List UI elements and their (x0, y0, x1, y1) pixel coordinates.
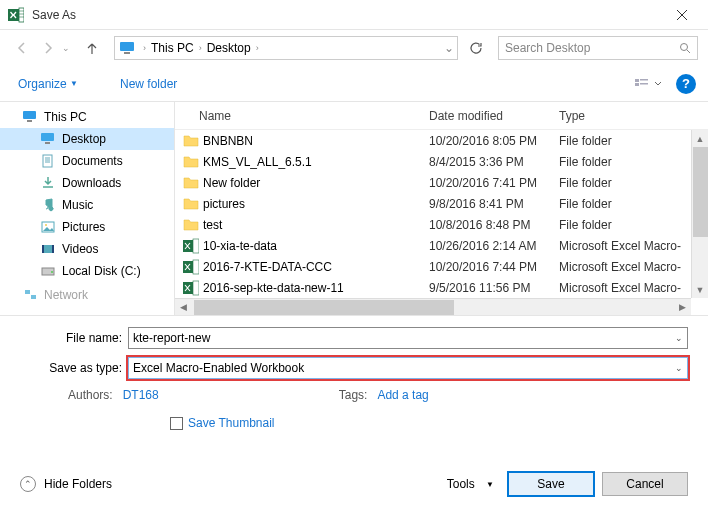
horizontal-scrollbar[interactable]: ◀ ▶ (175, 298, 691, 315)
file-row[interactable]: 2016-7-KTE-DATA-CCC10/20/2016 7:44 PMMic… (175, 256, 708, 277)
svg-rect-36 (193, 281, 199, 295)
file-date: 9/5/2016 11:56 PM (429, 281, 559, 295)
history-dropdown[interactable]: ⌄ (62, 43, 74, 53)
tags-value[interactable]: Add a tag (377, 388, 428, 402)
folder-icon (183, 154, 199, 170)
svg-rect-12 (640, 83, 648, 85)
svg-rect-34 (193, 260, 199, 274)
help-button[interactable]: ? (676, 74, 696, 94)
excel-file-icon (183, 280, 199, 296)
save-button[interactable]: Save (508, 472, 594, 496)
svg-rect-6 (124, 52, 130, 54)
file-row[interactable]: KMS_VL_ALL_6.5.18/4/2015 3:36 PMFile fol… (175, 151, 708, 172)
file-row[interactable]: pictures9/8/2016 8:41 PMFile folder (175, 193, 708, 214)
svg-point-7 (681, 44, 688, 51)
col-name[interactable]: Name (199, 109, 429, 123)
search-icon (679, 42, 691, 54)
authors-value[interactable]: DT168 (123, 388, 159, 402)
save-thumbnail-label[interactable]: Save Thumbnail (188, 416, 275, 430)
file-type: Microsoft Excel Macro- (559, 281, 708, 295)
network-icon (22, 287, 38, 303)
authors-label: Authors: (68, 388, 113, 402)
file-row[interactable]: test10/8/2016 8:48 PMFile folder (175, 214, 708, 235)
hide-folders-button[interactable]: Hide Folders (44, 477, 112, 491)
file-type: File folder (559, 218, 708, 232)
sidebar-item-downloads[interactable]: Downloads (0, 172, 174, 194)
monitor-icon (119, 41, 137, 55)
file-type: Microsoft Excel Macro- (559, 260, 708, 274)
refresh-button[interactable] (464, 36, 488, 60)
cancel-button[interactable]: Cancel (602, 472, 688, 496)
filename-input[interactable]: kte-report-new ⌄ (128, 327, 688, 349)
col-type[interactable]: Type (559, 109, 708, 123)
document-icon (40, 153, 56, 169)
search-placeholder: Search Desktop (505, 41, 679, 55)
scroll-thumb[interactable] (693, 147, 708, 237)
sidebar-item-videos[interactable]: Videos (0, 238, 174, 260)
back-button[interactable] (10, 36, 34, 60)
sidebar-item-desktop[interactable]: Desktop (0, 128, 174, 150)
sidebar-item-pictures[interactable]: Pictures (0, 216, 174, 238)
file-list: BNBNBN10/20/2016 8:05 PMFile folderKMS_V… (175, 130, 708, 298)
svg-rect-9 (635, 79, 639, 82)
svg-rect-11 (640, 79, 648, 81)
file-type: Microsoft Excel Macro- (559, 239, 708, 253)
video-icon (40, 241, 56, 257)
music-icon (40, 197, 56, 213)
svg-rect-14 (27, 120, 32, 122)
drive-icon (40, 263, 56, 279)
file-name: 10-xia-te-data (203, 239, 429, 253)
search-input[interactable]: Search Desktop (498, 36, 698, 60)
file-row[interactable]: New folder10/20/2016 7:41 PMFile folder (175, 172, 708, 193)
scroll-left-icon[interactable]: ◀ (175, 302, 192, 312)
folder-icon (183, 175, 199, 191)
sidebar-item-music[interactable]: Music (0, 194, 174, 216)
breadcrumb-seg-thispc[interactable]: This PC (148, 37, 197, 59)
savetype-input[interactable]: Excel Macro-Enabled Workbook ⌄ (128, 357, 688, 379)
svg-rect-5 (120, 42, 134, 51)
svg-point-28 (51, 271, 53, 273)
tools-button[interactable]: Tools ▼ (441, 473, 500, 495)
svg-rect-17 (43, 155, 52, 167)
sidebar-item-network[interactable]: Network (0, 284, 174, 306)
hide-folders-icon[interactable]: ⌃ (20, 476, 36, 492)
sidebar: This PC Desktop Documents Downloads Musi… (0, 102, 175, 315)
svg-line-8 (687, 50, 690, 53)
chevron-down-icon[interactable]: ⌄ (675, 363, 683, 373)
file-type: File folder (559, 176, 708, 190)
svg-rect-30 (31, 295, 36, 299)
file-list-header[interactable]: Name Date modified Type (175, 102, 708, 130)
forward-button[interactable] (36, 36, 60, 60)
file-row[interactable]: BNBNBN10/20/2016 8:05 PMFile folder (175, 130, 708, 151)
organize-button[interactable]: Organize ▼ (12, 73, 84, 95)
file-date: 10/20/2016 8:05 PM (429, 134, 559, 148)
breadcrumb[interactable]: › This PC › Desktop › ⌄ (114, 36, 458, 60)
path-dropdown[interactable]: ⌄ (439, 37, 457, 59)
view-button[interactable] (630, 73, 666, 95)
sidebar-item-thispc[interactable]: This PC (0, 106, 174, 128)
filename-label: File name: (20, 331, 128, 345)
close-button[interactable] (659, 1, 704, 29)
save-thumbnail-checkbox[interactable] (170, 417, 183, 430)
scroll-thumb-h[interactable] (194, 300, 454, 315)
scroll-down-icon[interactable]: ▼ (692, 281, 708, 298)
file-row[interactable]: 2016-sep-kte-data-new-119/5/2016 11:56 P… (175, 277, 708, 298)
file-row[interactable]: 10-xia-te-data10/26/2016 2:14 AMMicrosof… (175, 235, 708, 256)
sidebar-item-localdisk[interactable]: Local Disk (C:) (0, 260, 174, 282)
newfolder-button[interactable]: New folder (114, 73, 183, 95)
file-name: pictures (203, 197, 429, 211)
col-date[interactable]: Date modified (429, 109, 559, 123)
excel-file-icon (183, 259, 199, 275)
up-button[interactable] (80, 36, 104, 60)
scroll-right-icon[interactable]: ▶ (674, 302, 691, 312)
svg-rect-13 (23, 111, 36, 119)
sidebar-item-documents[interactable]: Documents (0, 150, 174, 172)
scroll-up-icon[interactable]: ▲ (692, 130, 708, 147)
folder-icon (183, 217, 199, 233)
svg-rect-25 (42, 245, 44, 253)
vertical-scrollbar[interactable]: ▲ ▼ (691, 130, 708, 298)
chevron-down-icon[interactable]: ⌄ (675, 333, 683, 343)
breadcrumb-seg-desktop[interactable]: Desktop (204, 37, 254, 59)
monitor-icon (22, 109, 38, 125)
svg-point-23 (45, 224, 47, 226)
